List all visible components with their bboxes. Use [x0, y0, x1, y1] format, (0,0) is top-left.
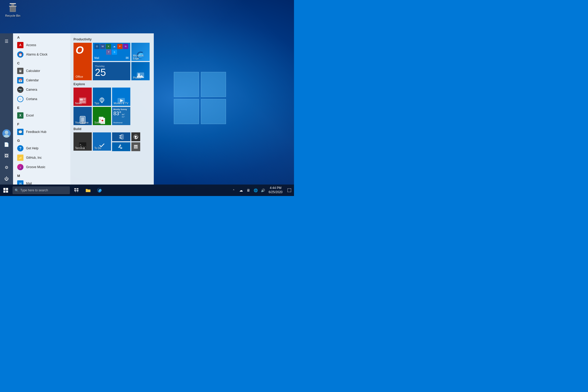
weather-status-label: Mostly Sunny: [113, 108, 127, 111]
user-avatar-image: [2, 129, 11, 138]
taskbar-file-explorer[interactable]: [82, 185, 94, 196]
gethelp-label: Get Help: [26, 146, 38, 150]
weather-temp-value: 83°: [113, 111, 121, 117]
productivity-row-1: O Office O W X ☁ P N: [74, 43, 151, 80]
tile-terminal[interactable]: >_ PS C:\ Terminal: [74, 132, 92, 151]
tile-photos[interactable]: Photos: [131, 62, 150, 80]
mail-hub-mail-icon: ✉: [126, 56, 129, 60]
tile-news[interactable]: News: [74, 88, 92, 106]
hamburger-icon: ☰: [5, 39, 8, 44]
tile-solitaire[interactable]: ♠ ♣ Solitaire: [93, 107, 111, 125]
notification-button[interactable]: [285, 185, 294, 196]
terminal-tile-label: Terminal: [75, 147, 85, 150]
cortana-label: Cortana: [26, 97, 37, 101]
power-button[interactable]: ⏻: [1, 173, 12, 185]
svg-rect-52: [287, 188, 291, 192]
tray-cloud-icon[interactable]: ☁: [237, 185, 245, 196]
svg-rect-44: [3, 191, 5, 193]
tray-clock[interactable]: 4:44 PM 6/25/2020: [267, 185, 285, 196]
svg-rect-38: [137, 147, 137, 147]
feedback-icon: 💬: [17, 129, 23, 135]
settings-button[interactable]: ⚙: [1, 162, 12, 173]
svg-rect-48: [74, 190, 76, 191]
letter-header-e: E: [13, 104, 70, 111]
mail-hub-onedrive-icon: ☁: [112, 44, 117, 49]
app-item-gethelp[interactable]: ? Get Help: [13, 144, 70, 153]
tile-office[interactable]: O Office: [74, 43, 92, 80]
tray-expand-button[interactable]: ^: [230, 185, 237, 196]
app-item-feedback[interactable]: 💬 Feedback Hub: [13, 127, 70, 137]
hamburger-menu-button[interactable]: ☰: [1, 35, 12, 47]
tile-edge[interactable]: Microsoft Edge: [131, 43, 150, 61]
weather-high: 84°: [122, 113, 125, 116]
user-avatar[interactable]: [2, 129, 11, 138]
tray-volume-icon[interactable]: 🔊: [259, 185, 267, 196]
svg-rect-15: [83, 99, 85, 99]
svg-rect-16: [83, 100, 85, 100]
tile-your-phone[interactable]: Your Phone: [74, 107, 92, 125]
photos-tile-label: Photos: [133, 76, 141, 79]
app-item-calendar[interactable]: 📅 Calendar: [13, 76, 70, 85]
tray-network-icon[interactable]: 🌐: [252, 185, 259, 196]
tile-mail-hub[interactable]: O W X ☁ P N T S Mail ✉: [93, 43, 130, 61]
svg-rect-42: [3, 188, 5, 190]
tile-tips[interactable]: Tips: [93, 88, 111, 106]
letter-header-g: G: [13, 137, 70, 144]
taskbar-search-input[interactable]: [20, 188, 68, 192]
app-item-excel[interactable]: X Excel: [13, 111, 70, 120]
app-item-alarms[interactable]: ⏰ Alarms & Clock: [13, 50, 70, 59]
tile-calendar-live[interactable]: Thursday 25: [93, 62, 130, 80]
mail-hub-teams-icon: T: [106, 50, 111, 55]
app-item-cortana[interactable]: ○ Cortana: [13, 94, 70, 104]
todo-tile-label: To Do: [94, 147, 101, 150]
windows-logo-wallpaper: [174, 72, 226, 124]
mail-hub-app-icons: O W X ☁ P N: [94, 44, 129, 49]
svg-rect-40: [136, 148, 136, 148]
tile-azure[interactable]: [112, 142, 130, 151]
edge-tile-label: Microsoft Edge: [133, 54, 150, 60]
tile-movies[interactable]: Movies & TV: [112, 88, 130, 106]
groove-icon: ♪: [17, 164, 23, 170]
tile-vscode[interactable]: [112, 132, 130, 141]
app-item-groove[interactable]: ♪ Groove Music: [13, 162, 70, 172]
clock-time: 4:44 PM: [270, 186, 281, 190]
tile-weather[interactable]: Mostly Sunny 83° 84° 60° Redmond: [112, 107, 130, 125]
vscode-icon: [118, 134, 124, 140]
tile-todo[interactable]: To Do: [93, 132, 111, 151]
task-view-button[interactable]: [71, 185, 82, 196]
mail-hub-footer: Mail ✉: [94, 56, 129, 60]
desktop: Recycle Bin ☰ 📄 🖼 ⚙: [0, 0, 294, 196]
settings-icon: ⚙: [5, 165, 8, 170]
phone-tile-label: Your Phone: [75, 121, 89, 124]
start-button[interactable]: [0, 185, 11, 196]
documents-icon: 📄: [4, 142, 9, 147]
tile-calc-small[interactable]: [131, 142, 140, 151]
taskbar-search-box[interactable]: 🔍: [13, 186, 70, 194]
app-item-github[interactable]: 📁 GitHub, Inc: [13, 153, 70, 162]
svg-rect-2: [11, 4, 14, 6]
app-item-mail[interactable]: ✉ Mail: [13, 179, 70, 185]
svg-rect-46: [74, 188, 76, 189]
edge-photos-column: Microsoft Edge Photos: [131, 43, 150, 80]
svg-rect-39: [134, 148, 135, 148]
svg-rect-37: [136, 147, 136, 147]
camera-icon: 📷: [17, 87, 23, 93]
mail-hub-pp-icon: P: [117, 44, 123, 49]
app-item-camera[interactable]: 📷 Camera: [13, 85, 70, 94]
recycle-bin-label: Recycle Bin: [5, 14, 20, 17]
office-tile-label: Office: [76, 75, 83, 78]
svg-rect-35: [134, 145, 137, 146]
tile-github[interactable]: [131, 132, 140, 141]
recycle-bin-icon[interactable]: Recycle Bin: [4, 3, 22, 17]
app-item-access[interactable]: A Access: [13, 40, 70, 50]
pictures-button[interactable]: 🖼: [1, 150, 12, 162]
letter-header-m: M: [13, 172, 70, 179]
app-item-calculator[interactable]: 🖩 Calculator: [13, 66, 70, 76]
svg-rect-25: [81, 117, 84, 121]
svg-rect-45: [6, 191, 8, 193]
weather-low: 60°: [122, 116, 125, 118]
tray-monitor-icon[interactable]: 🖥: [245, 185, 252, 196]
excel-icon: X: [17, 112, 23, 119]
documents-button[interactable]: 📄: [1, 139, 12, 150]
taskbar-edge[interactable]: [94, 185, 105, 196]
